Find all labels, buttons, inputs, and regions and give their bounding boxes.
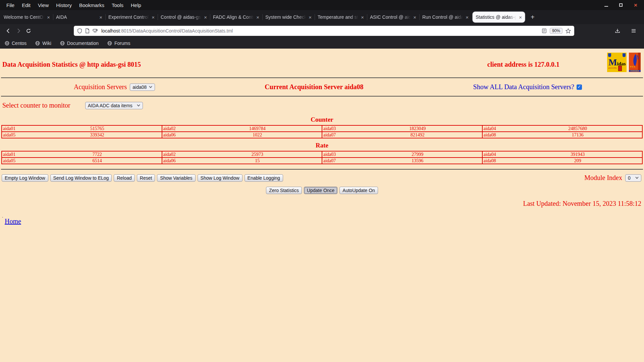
- menu-file[interactable]: File: [3, 0, 18, 10]
- tab-close-icon[interactable]: ×: [99, 14, 102, 20]
- minimize-icon: [604, 6, 608, 7]
- url-bar[interactable]: localhost:8015/DataAcquisitionControl/Da…: [74, 26, 574, 36]
- menu-history[interactable]: History: [52, 0, 75, 10]
- bookmark-forums[interactable]: Forums: [107, 41, 130, 46]
- tab-temperature-status[interactable]: Temperature and status×: [315, 11, 367, 23]
- menu-view[interactable]: View: [34, 0, 52, 10]
- menu-help[interactable]: Help: [127, 0, 145, 10]
- tcl-logo-text: TCL: [630, 65, 636, 68]
- acquisition-servers-row: Acquisition Servers aida08 Current Acqui…: [0, 78, 644, 96]
- home-link[interactable]: Home: [5, 218, 21, 225]
- show-log-window-button[interactable]: Show Log Window: [198, 174, 243, 182]
- shield-icon[interactable]: [77, 28, 82, 34]
- maximize-button[interactable]: [617, 1, 625, 9]
- counter-cell-aida06: aida061022: [162, 132, 323, 138]
- new-tab-button[interactable]: +: [526, 13, 539, 21]
- server-name: aida06: [162, 158, 193, 164]
- counter-cell-aida01: aida01515765: [2, 126, 162, 131]
- show-variables-button[interactable]: Show Variables: [157, 174, 195, 182]
- menu-bookmarks[interactable]: Bookmarks: [75, 0, 108, 10]
- server-name: aida05: [2, 158, 33, 164]
- menu-tools[interactable]: Tools: [108, 0, 127, 10]
- update-once-button[interactable]: Update Once: [304, 187, 338, 194]
- tab-welcome-to-centos[interactable]: Welcome to CentOS×: [1, 11, 53, 23]
- tab-close-icon[interactable]: ×: [361, 14, 364, 20]
- counter-heading: Counter: [0, 116, 644, 123]
- server-name: aida08: [483, 158, 514, 164]
- counter-value: 17136: [514, 132, 642, 138]
- rate-cell-aida04: aida04391943: [483, 152, 642, 157]
- tab-fadc-align-control[interactable]: FADC Align & Control @×: [210, 11, 262, 23]
- forward-button[interactable]: [13, 26, 23, 36]
- module-index-select[interactable]: 0: [625, 174, 641, 182]
- tab-system-wide-checks[interactable]: System wide Checks @×: [262, 11, 315, 23]
- menu-edit[interactable]: Edit: [18, 0, 34, 10]
- bookmark-centos[interactable]: Centos: [5, 41, 26, 46]
- tab-experiment-control[interactable]: Experiment Control @ ai×: [105, 11, 158, 23]
- zoom-level-badge[interactable]: 90%: [550, 28, 562, 34]
- midas-tcl-badge: [618, 66, 622, 71]
- bookmark-documentation[interactable]: Documentation: [60, 41, 99, 46]
- module-index-group: Module Index 0: [584, 174, 641, 182]
- reload-button[interactable]: Reload: [114, 174, 135, 182]
- globe-icon: [107, 41, 112, 46]
- rate-heading: Rate: [0, 142, 644, 149]
- close-button[interactable]: ×: [632, 1, 639, 9]
- empty-log-window-button[interactable]: Empty Log Window: [2, 174, 48, 182]
- last-updated-text: Last Updated: November 15, 2023 11:58:12: [0, 200, 644, 207]
- minimize-button[interactable]: [602, 1, 610, 9]
- site-info-icon[interactable]: [85, 28, 90, 34]
- counter-select-row: Select counter to monitor AIDA ADC data …: [0, 97, 644, 113]
- tab-run-control[interactable]: Run Control @ aidas-gsi×: [419, 11, 472, 23]
- reload-button[interactable]: [23, 26, 34, 36]
- send-log-window-to-elog-button[interactable]: Send Log Window to ELog: [50, 174, 112, 182]
- chevron-down-icon: [137, 104, 140, 107]
- rate-cell-aida07: aida0713596: [322, 158, 483, 164]
- tab-close-icon[interactable]: ×: [256, 14, 259, 20]
- server-name: aida08: [483, 132, 514, 138]
- counter-type-select[interactable]: AIDA ADC data items: [85, 102, 143, 109]
- tab-close-icon[interactable]: ×: [152, 14, 155, 20]
- enable-logging-button[interactable]: Enable Logging: [245, 174, 283, 182]
- server-name: aida02: [162, 152, 193, 157]
- table-row: aida056514 aida0615 aida0713596 aida0820…: [2, 158, 642, 164]
- bookmark-label: Forums: [114, 41, 130, 46]
- tab-control[interactable]: Control @ aidas-gsi×: [158, 11, 210, 23]
- server-name: aida01: [2, 152, 33, 157]
- bookmark-label: Wiki: [42, 41, 51, 46]
- autoupdate-on-button[interactable]: AutoUpdate On: [339, 187, 378, 194]
- permissions-toggle-icon[interactable]: [93, 28, 98, 34]
- bookmark-star-icon[interactable]: [566, 28, 571, 34]
- tab-statistics-active[interactable]: Statistics @ aidas-gsi×: [473, 12, 525, 22]
- tab-label: Statistics @ aidas-gsi: [476, 14, 518, 20]
- counter-value: 1022: [193, 132, 322, 138]
- reset-button[interactable]: Reset: [137, 174, 155, 182]
- tab-label: Experiment Control @ ai: [108, 14, 150, 20]
- save-to-pocket-icon[interactable]: [612, 26, 623, 36]
- tab-close-icon[interactable]: ×: [519, 14, 522, 20]
- tab-close-icon[interactable]: ×: [413, 14, 416, 20]
- zero-statistics-button[interactable]: Zero Statistics: [266, 187, 302, 194]
- acquisition-servers-label: Acquisition Servers: [74, 83, 127, 91]
- show-all-servers-checkbox[interactable]: [577, 84, 582, 90]
- table-row: aida05339342 aida061022 aida07821492 aid…: [2, 132, 642, 138]
- rate-value: 27999: [353, 152, 482, 157]
- tab-asic-control[interactable]: ASIC Control @ aidas-g×: [367, 11, 419, 23]
- url-text[interactable]: localhost:8015/DataAcquisitionControl/Da…: [101, 28, 539, 34]
- tab-close-icon[interactable]: ×: [466, 14, 469, 20]
- bookmark-wiki[interactable]: Wiki: [35, 41, 51, 46]
- acquisition-server-select[interactable]: aida08: [130, 83, 155, 91]
- rate-cell-aida01: aida017722: [2, 152, 162, 157]
- toolbar-right-icons: [610, 26, 641, 36]
- reader-mode-icon[interactable]: [542, 28, 547, 34]
- midas-logo-text: Midas: [608, 57, 626, 68]
- acquisition-servers-group: Acquisition Servers aida08: [74, 83, 155, 91]
- tab-close-icon[interactable]: ×: [309, 14, 312, 20]
- tab-close-icon[interactable]: ×: [204, 14, 207, 20]
- back-button[interactable]: [3, 26, 13, 36]
- tab-aida[interactable]: AIDA×: [53, 11, 105, 23]
- rate-value: 7722: [33, 152, 162, 157]
- tab-close-icon[interactable]: ×: [47, 14, 50, 20]
- counter-select-label: Select counter to monitor: [2, 102, 70, 109]
- hamburger-menu-icon[interactable]: [629, 26, 639, 36]
